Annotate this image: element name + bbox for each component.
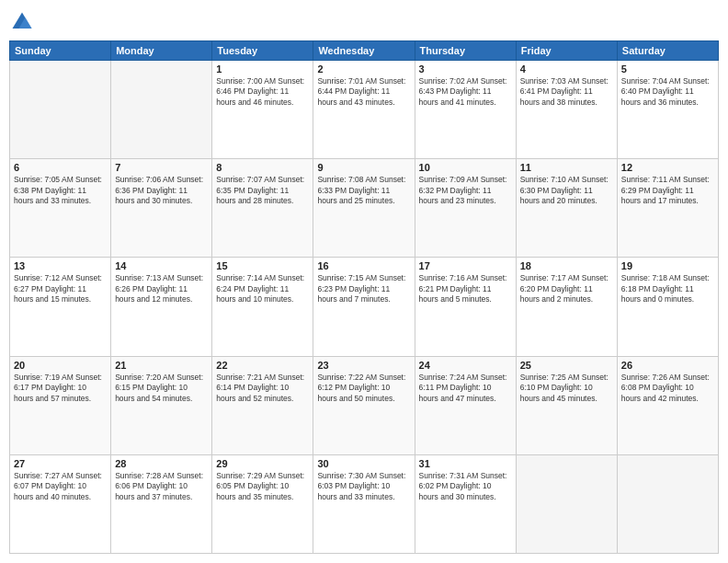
- weekday-header-wednesday: Wednesday: [313, 41, 415, 61]
- logo: [9, 9, 39, 35]
- weekday-header-tuesday: Tuesday: [212, 41, 313, 61]
- calendar-week-5: 27Sunrise: 7:27 AM Sunset: 6:07 PM Dayli…: [10, 454, 719, 553]
- day-content: Sunrise: 7:09 AM Sunset: 6:32 PM Dayligh…: [419, 175, 512, 206]
- day-content: Sunrise: 7:14 AM Sunset: 6:24 PM Dayligh…: [216, 273, 309, 304]
- calendar-header-row: SundayMondayTuesdayWednesdayThursdayFrid…: [10, 41, 719, 61]
- day-number: 27: [14, 458, 107, 469]
- day-number: 26: [621, 360, 714, 371]
- calendar-cell: 15Sunrise: 7:14 AM Sunset: 6:24 PM Dayli…: [212, 258, 313, 356]
- day-number: 30: [317, 458, 410, 469]
- day-number: 24: [419, 360, 512, 371]
- day-content: Sunrise: 7:18 AM Sunset: 6:18 PM Dayligh…: [621, 273, 714, 304]
- weekday-header-sunday: Sunday: [10, 41, 111, 61]
- calendar-cell: 25Sunrise: 7:25 AM Sunset: 6:10 PM Dayli…: [516, 356, 617, 454]
- day-number: 31: [419, 458, 512, 469]
- calendar-cell: 2Sunrise: 7:01 AM Sunset: 6:44 PM Daylig…: [313, 61, 415, 159]
- calendar-cell: 11Sunrise: 7:10 AM Sunset: 6:30 PM Dayli…: [516, 159, 617, 258]
- calendar-cell: 1Sunrise: 7:00 AM Sunset: 6:46 PM Daylig…: [212, 61, 313, 159]
- calendar-week-2: 6Sunrise: 7:05 AM Sunset: 6:38 PM Daylig…: [10, 159, 719, 258]
- calendar-cell: [516, 454, 617, 553]
- calendar-cell: 20Sunrise: 7:19 AM Sunset: 6:17 PM Dayli…: [10, 356, 111, 454]
- day-number: 4: [520, 63, 613, 75]
- day-content: Sunrise: 7:19 AM Sunset: 6:17 PM Dayligh…: [14, 373, 107, 404]
- day-content: Sunrise: 7:11 AM Sunset: 6:29 PM Dayligh…: [621, 175, 714, 206]
- calendar-cell: 9Sunrise: 7:08 AM Sunset: 6:33 PM Daylig…: [313, 159, 415, 258]
- day-number: 2: [317, 63, 410, 75]
- day-content: Sunrise: 7:06 AM Sunset: 6:36 PM Dayligh…: [115, 175, 208, 206]
- day-content: Sunrise: 7:12 AM Sunset: 6:27 PM Dayligh…: [14, 273, 107, 304]
- calendar-cell: 27Sunrise: 7:27 AM Sunset: 6:07 PM Dayli…: [10, 454, 111, 553]
- day-content: Sunrise: 7:15 AM Sunset: 6:23 PM Dayligh…: [317, 273, 410, 304]
- day-number: 13: [14, 260, 107, 271]
- day-number: 25: [520, 360, 613, 371]
- day-content: Sunrise: 7:28 AM Sunset: 6:06 PM Dayligh…: [115, 471, 208, 502]
- day-content: Sunrise: 7:25 AM Sunset: 6:10 PM Dayligh…: [520, 373, 613, 404]
- calendar-cell: 26Sunrise: 7:26 AM Sunset: 6:08 PM Dayli…: [617, 356, 718, 454]
- calendar-cell: 7Sunrise: 7:06 AM Sunset: 6:36 PM Daylig…: [111, 159, 212, 258]
- day-content: Sunrise: 7:10 AM Sunset: 6:30 PM Dayligh…: [520, 175, 613, 206]
- day-number: 11: [520, 162, 613, 173]
- calendar-cell: [10, 61, 111, 159]
- day-content: Sunrise: 7:04 AM Sunset: 6:40 PM Dayligh…: [621, 76, 714, 108]
- calendar-cell: 16Sunrise: 7:15 AM Sunset: 6:23 PM Dayli…: [313, 258, 415, 356]
- calendar-cell: 21Sunrise: 7:20 AM Sunset: 6:15 PM Dayli…: [111, 356, 212, 454]
- calendar-cell: [617, 454, 718, 553]
- day-content: Sunrise: 7:07 AM Sunset: 6:35 PM Dayligh…: [216, 175, 309, 206]
- weekday-header-saturday: Saturday: [617, 41, 718, 61]
- calendar-cell: 29Sunrise: 7:29 AM Sunset: 6:05 PM Dayli…: [212, 454, 313, 553]
- calendar-cell: 12Sunrise: 7:11 AM Sunset: 6:29 PM Dayli…: [617, 159, 718, 258]
- day-content: Sunrise: 7:30 AM Sunset: 6:03 PM Dayligh…: [317, 471, 410, 502]
- day-number: 23: [317, 360, 410, 371]
- calendar-cell: 30Sunrise: 7:30 AM Sunset: 6:03 PM Dayli…: [313, 454, 415, 553]
- day-number: 20: [14, 360, 107, 371]
- day-number: 6: [14, 162, 107, 173]
- day-content: Sunrise: 7:17 AM Sunset: 6:20 PM Dayligh…: [520, 273, 613, 304]
- logo-icon: [9, 9, 35, 35]
- day-content: Sunrise: 7:20 AM Sunset: 6:15 PM Dayligh…: [115, 373, 208, 404]
- calendar-cell: 24Sunrise: 7:24 AM Sunset: 6:11 PM Dayli…: [415, 356, 516, 454]
- day-content: Sunrise: 7:21 AM Sunset: 6:14 PM Dayligh…: [216, 373, 309, 404]
- calendar-week-4: 20Sunrise: 7:19 AM Sunset: 6:17 PM Dayli…: [10, 356, 719, 454]
- day-number: 8: [216, 162, 309, 173]
- day-number: 7: [115, 162, 208, 173]
- calendar-cell: 23Sunrise: 7:22 AM Sunset: 6:12 PM Dayli…: [313, 356, 415, 454]
- day-number: 15: [216, 260, 309, 271]
- day-content: Sunrise: 7:29 AM Sunset: 6:05 PM Dayligh…: [216, 471, 309, 502]
- day-content: Sunrise: 7:22 AM Sunset: 6:12 PM Dayligh…: [317, 373, 410, 404]
- day-content: Sunrise: 7:01 AM Sunset: 6:44 PM Dayligh…: [317, 76, 410, 108]
- page: SundayMondayTuesdayWednesdayThursdayFrid…: [0, 0, 728, 563]
- day-content: Sunrise: 7:00 AM Sunset: 6:46 PM Dayligh…: [216, 76, 309, 108]
- day-number: 10: [419, 162, 512, 173]
- day-content: Sunrise: 7:03 AM Sunset: 6:41 PM Dayligh…: [520, 76, 613, 108]
- day-number: 5: [621, 63, 714, 75]
- header: [9, 9, 719, 35]
- day-content: Sunrise: 7:27 AM Sunset: 6:07 PM Dayligh…: [14, 471, 107, 502]
- day-number: 17: [419, 260, 512, 271]
- calendar-cell: 18Sunrise: 7:17 AM Sunset: 6:20 PM Dayli…: [516, 258, 617, 356]
- calendar-cell: 6Sunrise: 7:05 AM Sunset: 6:38 PM Daylig…: [10, 159, 111, 258]
- day-number: 28: [115, 458, 208, 469]
- calendar-cell: 22Sunrise: 7:21 AM Sunset: 6:14 PM Dayli…: [212, 356, 313, 454]
- day-number: 21: [115, 360, 208, 371]
- calendar-cell: 10Sunrise: 7:09 AM Sunset: 6:32 PM Dayli…: [415, 159, 516, 258]
- day-content: Sunrise: 7:05 AM Sunset: 6:38 PM Dayligh…: [14, 175, 107, 206]
- calendar-cell: 5Sunrise: 7:04 AM Sunset: 6:40 PM Daylig…: [617, 61, 718, 159]
- day-number: 9: [317, 162, 410, 173]
- day-content: Sunrise: 7:26 AM Sunset: 6:08 PM Dayligh…: [621, 373, 714, 404]
- day-content: Sunrise: 7:08 AM Sunset: 6:33 PM Dayligh…: [317, 175, 410, 206]
- calendar-cell: 3Sunrise: 7:02 AM Sunset: 6:43 PM Daylig…: [415, 61, 516, 159]
- day-number: 12: [621, 162, 714, 173]
- calendar-cell: 4Sunrise: 7:03 AM Sunset: 6:41 PM Daylig…: [516, 61, 617, 159]
- day-content: Sunrise: 7:02 AM Sunset: 6:43 PM Dayligh…: [419, 76, 512, 108]
- day-number: 29: [216, 458, 309, 469]
- day-content: Sunrise: 7:16 AM Sunset: 6:21 PM Dayligh…: [419, 273, 512, 304]
- day-content: Sunrise: 7:31 AM Sunset: 6:02 PM Dayligh…: [419, 471, 512, 502]
- calendar-cell: 19Sunrise: 7:18 AM Sunset: 6:18 PM Dayli…: [617, 258, 718, 356]
- day-number: 22: [216, 360, 309, 371]
- day-number: 1: [216, 63, 309, 75]
- calendar-cell: 13Sunrise: 7:12 AM Sunset: 6:27 PM Dayli…: [10, 258, 111, 356]
- day-number: 19: [621, 260, 714, 271]
- weekday-header-monday: Monday: [111, 41, 212, 61]
- day-content: Sunrise: 7:24 AM Sunset: 6:11 PM Dayligh…: [419, 373, 512, 404]
- calendar-cell: 8Sunrise: 7:07 AM Sunset: 6:35 PM Daylig…: [212, 159, 313, 258]
